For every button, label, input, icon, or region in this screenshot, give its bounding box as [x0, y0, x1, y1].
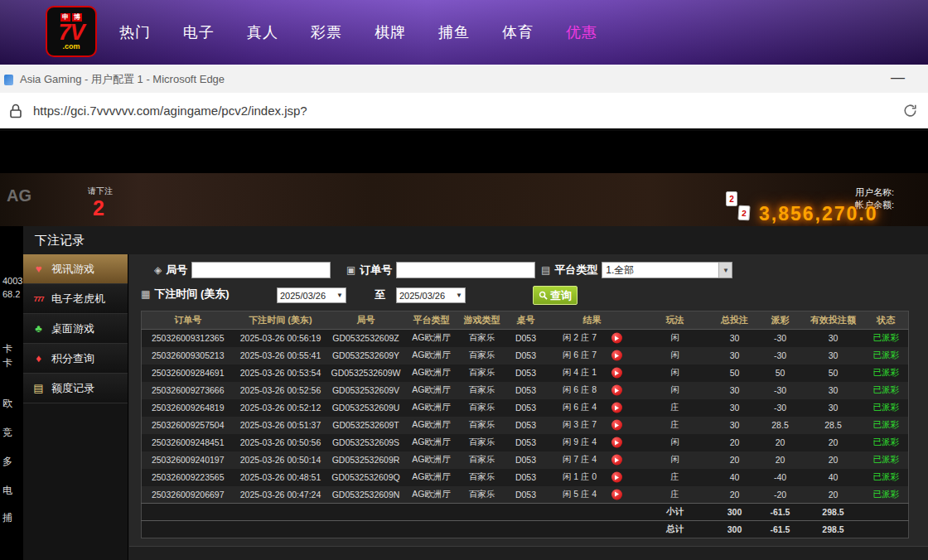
- site-logo[interactable]: 申 博 7V .com: [46, 6, 97, 57]
- play-video-icon[interactable]: [611, 385, 622, 396]
- cell-game: 百家乐: [458, 486, 506, 504]
- status-badge: 已派彩: [864, 347, 909, 364]
- cell-payout: -20: [758, 486, 803, 504]
- lock-icon[interactable]: [10, 104, 22, 122]
- playing-card: 2: [726, 191, 737, 206]
- table-row: 250326009273666 2025-03-26 00:52:56 GD05…: [142, 382, 909, 399]
- logo-suffix: .com: [62, 43, 80, 51]
- cell-result: 闲 5 庄 4: [546, 486, 639, 504]
- date-to-picker[interactable]: 2025/03/26 ▼: [396, 287, 466, 303]
- cell-table: D053: [506, 417, 546, 434]
- play-video-icon[interactable]: [611, 472, 622, 483]
- cell-platform: AG欧洲厅: [405, 347, 458, 364]
- cell-result: 闲 1 庄 0: [546, 469, 639, 486]
- points-icon: ♦: [31, 352, 46, 364]
- order-filter: ▣ 订单号: [346, 262, 535, 278]
- play-video-icon[interactable]: [611, 437, 622, 448]
- cell-table: D053: [506, 434, 546, 451]
- sidebar-item[interactable]: 777 电子老虎机: [23, 284, 128, 314]
- nav-item[interactable]: 热门: [119, 22, 151, 42]
- cell-order: 250326009273666: [142, 382, 234, 399]
- cell-method: 闲: [639, 347, 712, 364]
- cell-order: 250326009264819: [142, 399, 234, 417]
- table-row: 250326009264819 2025-03-26 00:52:12 GD05…: [142, 399, 909, 417]
- platform-list-icon: ▤: [541, 264, 550, 276]
- panel-title: 下注记录: [23, 226, 928, 254]
- site-nav: 申 博 7V .com 热门 电子 真人 彩票 棋牌 捕鱼 体育 优惠: [0, 0, 928, 65]
- nav-item[interactable]: 优惠: [566, 22, 597, 42]
- nav-item[interactable]: 电子: [183, 22, 215, 42]
- status-badge: 已派彩: [864, 417, 909, 434]
- cell-result: 闲 9 庄 4: [546, 434, 639, 451]
- round-input[interactable]: [191, 262, 331, 278]
- cell-payout: 50: [758, 364, 803, 382]
- left-fragment: 卡: [2, 342, 12, 356]
- cell-order: 250326009223565: [142, 469, 234, 486]
- cell-game: 百家乐: [458, 399, 506, 417]
- sidebar-item[interactable]: ♦ 积分查询: [23, 344, 128, 374]
- date-from-picker[interactable]: 2025/03/26 ▼: [277, 287, 346, 303]
- cell-time: 2025-03-26 00:56:19: [234, 330, 327, 347]
- subtotal-label: 小计: [639, 504, 712, 521]
- nav-item[interactable]: 捕鱼: [438, 22, 470, 42]
- cell-result: 闲 6 庄 8: [546, 382, 639, 399]
- cell-round: GD0532532609U: [327, 399, 405, 417]
- left-fragment: 4003: [2, 276, 22, 286]
- play-video-icon[interactable]: [611, 403, 622, 413]
- cell-payout: 20: [758, 451, 803, 469]
- table-row: 250326009312365 2025-03-26 00:56:19 GD05…: [142, 330, 909, 347]
- col-game: 游戏类型: [458, 311, 506, 330]
- cell-table: D053: [506, 451, 546, 469]
- order-input[interactable]: [396, 262, 535, 278]
- cell-result: 闲 6 庄 7: [546, 347, 639, 364]
- grand-total-valid-bet: 298.5: [803, 521, 864, 538]
- platform-select[interactable]: 1.全部 ▼: [602, 262, 732, 278]
- refresh-icon[interactable]: [902, 103, 918, 122]
- url-input[interactable]: https://gci.7vvvvvv.com/agingame/pcv2/in…: [33, 93, 307, 128]
- cell-total-bet: 40: [712, 469, 758, 486]
- cell-payout: -30: [758, 382, 803, 399]
- play-video-icon[interactable]: [611, 489, 622, 500]
- cell-platform: AG欧洲厅: [405, 330, 458, 347]
- play-video-icon[interactable]: [611, 455, 622, 466]
- table-row: 250326009257504 2025-03-26 00:51:37 GD05…: [142, 417, 909, 434]
- left-fragment: 多: [2, 455, 12, 469]
- left-fragment: 68.2: [2, 289, 20, 299]
- query-button[interactable]: 查询: [533, 286, 578, 305]
- cell-time: 2025-03-26 00:47:24: [234, 486, 327, 504]
- col-payout: 派彩: [758, 311, 803, 330]
- cell-time: 2025-03-26 00:51:37: [234, 417, 327, 434]
- cell-table: D053: [506, 330, 546, 347]
- date-to-value: 2025/03/26: [399, 291, 445, 301]
- play-video-icon[interactable]: [611, 368, 622, 379]
- nav-item[interactable]: 彩票: [311, 22, 342, 42]
- col-platform: 平台类型: [405, 311, 458, 330]
- nav-item[interactable]: 体育: [502, 22, 534, 42]
- sidebar-item[interactable]: ▤ 额度记录: [23, 374, 128, 403]
- play-video-icon[interactable]: [611, 333, 622, 344]
- cell-method: 闲: [639, 451, 712, 469]
- sidebar-item[interactable]: ♣ 桌面游戏: [23, 314, 128, 344]
- col-order: 订单号: [142, 311, 234, 330]
- sidebar-item-label: 桌面游戏: [51, 321, 94, 336]
- cell-payout: -40: [758, 469, 803, 486]
- platform-label: 平台类型: [554, 263, 597, 278]
- play-video-icon[interactable]: [611, 420, 622, 431]
- nav-item[interactable]: 真人: [247, 22, 278, 42]
- col-valid-bet: 有效投注额: [803, 311, 864, 330]
- table-header-row: 订单号 下注时间 (美东) 局号 平台类型 游戏类型 桌号 结果 玩法 总投注 …: [142, 311, 909, 330]
- cell-total-bet: 30: [712, 417, 758, 434]
- cell-round: GD0532532609R: [327, 451, 405, 469]
- cell-total-bet: 50: [712, 364, 758, 382]
- cell-method: 闲: [639, 330, 712, 347]
- chevron-down-icon: ▼: [336, 292, 343, 299]
- cell-table: D053: [506, 347, 546, 364]
- cell-platform: AG欧洲厅: [405, 399, 458, 417]
- play-video-icon[interactable]: [611, 350, 622, 361]
- minimize-button[interactable]: —: [891, 65, 905, 90]
- cell-result: 闲 2 庄 7: [546, 330, 639, 347]
- cell-table: D053: [506, 486, 546, 504]
- status-badge: 已派彩: [864, 486, 909, 504]
- nav-item[interactable]: 棋牌: [375, 22, 406, 42]
- sidebar-item[interactable]: ♥ 视讯游戏: [23, 254, 128, 284]
